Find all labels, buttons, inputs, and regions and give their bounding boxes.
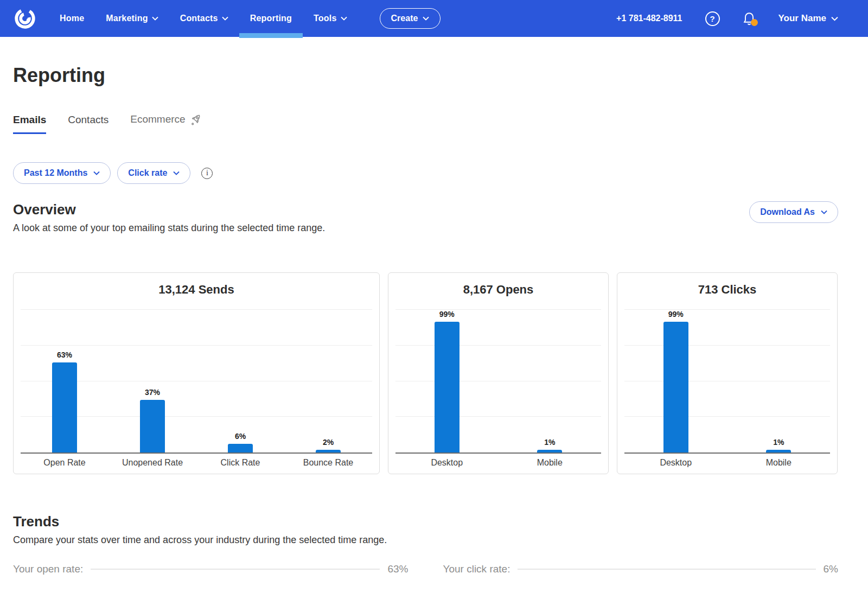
constant-contact-logo[interactable]	[13, 5, 37, 31]
clicks-chart-card: 713 Clicks 99%1% DesktopMobile	[617, 272, 838, 474]
x-axis-label: Unopened Rate	[108, 458, 196, 468]
bar-value-label: 37%	[145, 388, 160, 397]
page-title: Reporting	[13, 64, 838, 87]
stat-value: 6%	[824, 563, 838, 575]
rocket-icon	[190, 113, 203, 126]
bar	[766, 450, 791, 453]
metric-dropdown[interactable]: Click rate	[117, 162, 190, 184]
nav-item-reporting[interactable]: Reporting	[239, 0, 303, 37]
tab-label: Ecommerce	[130, 113, 185, 125]
stat-value: 63%	[387, 563, 408, 575]
nav-item-label: Marketing	[106, 14, 148, 23]
x-axis-label: Desktop	[624, 458, 727, 468]
stat-label: Your click rate:	[443, 563, 510, 575]
bar-value-label: 1%	[544, 438, 555, 447]
chevron-down-icon	[152, 16, 158, 21]
nav-item-home[interactable]: Home	[49, 0, 95, 37]
chevron-down-icon	[423, 16, 429, 21]
trends-title: Trends	[13, 513, 838, 530]
create-button[interactable]: Create	[380, 8, 441, 29]
x-axis-label: Open Rate	[21, 458, 108, 468]
overview-title: Overview	[13, 201, 325, 218]
opens-chart-card: 8,167 Opens 99%1% DesktopMobile	[388, 272, 609, 474]
x-axis-label: Click Rate	[196, 458, 284, 468]
notification-dot	[751, 19, 758, 26]
tab-contacts[interactable]: Contacts	[68, 114, 108, 134]
nav-item-label: Contacts	[180, 14, 218, 23]
nav-item-tools[interactable]: Tools	[303, 0, 358, 37]
bar-slot: 1%	[727, 310, 831, 453]
click-rate-stat: Your click rate: 6%	[443, 563, 839, 575]
trends-stats: Your open rate: 63% Your click rate: 6%	[13, 563, 838, 575]
chart-title: 13,124 Sends	[14, 283, 379, 297]
leader-line	[91, 569, 380, 570]
x-axis-label: Bounce Rate	[284, 458, 372, 468]
tab-label: Contacts	[68, 114, 108, 126]
time-range-value: Past 12 Months	[24, 168, 87, 178]
tab-label: Emails	[13, 114, 46, 126]
x-axis-labels: Open RateUnopened RateClick RateBounce R…	[21, 458, 372, 468]
nav-item-marketing[interactable]: Marketing	[95, 0, 169, 37]
nav-item-label: Home	[60, 14, 84, 23]
user-name: Your Name	[778, 13, 827, 24]
bar-slot: 99%	[395, 310, 499, 453]
bar	[228, 444, 253, 453]
user-menu[interactable]: Your Name	[778, 13, 839, 24]
bar-slot: 1%	[499, 310, 602, 453]
chevron-down-icon	[93, 171, 100, 175]
bar	[435, 322, 459, 453]
overview-subtitle: A look at some of your top emailing stat…	[13, 222, 325, 234]
bar-value-label: 2%	[323, 438, 334, 447]
main-content: Reporting Emails Contacts Ecommerce Past…	[0, 64, 868, 575]
chevron-down-icon	[821, 210, 827, 214]
sends-chart-card: 13,124 Sends 63%37%6%2% Open RateUnopene…	[13, 272, 380, 474]
bar-value-label: 1%	[773, 438, 784, 447]
bar-value-label: 99%	[668, 310, 684, 318]
info-icon[interactable]: i	[201, 168, 213, 179]
x-axis-label: Mobile	[727, 458, 831, 468]
bar-slot: 2%	[284, 310, 372, 453]
x-axis-label: Desktop	[395, 458, 499, 468]
leader-line	[518, 569, 815, 570]
bar-chart-plot: 99%1%	[624, 310, 830, 454]
report-tabs: Emails Contacts Ecommerce	[13, 113, 838, 134]
bar	[537, 450, 562, 453]
nav-item-contacts[interactable]: Contacts	[169, 0, 239, 37]
bar-value-label: 63%	[57, 351, 72, 359]
stat-label: Your open rate:	[13, 563, 83, 575]
time-range-dropdown[interactable]: Past 12 Months	[13, 162, 111, 184]
open-rate-stat: Your open rate: 63%	[13, 563, 409, 575]
tab-ecommerce[interactable]: Ecommerce	[130, 113, 202, 134]
metric-value: Click rate	[128, 168, 167, 178]
top-navigation-bar: Home Marketing Contacts Reporting Tools …	[0, 0, 868, 37]
support-phone-number: +1 781-482-8911	[616, 14, 682, 23]
primary-nav: Home Marketing Contacts Reporting Tools	[49, 0, 358, 37]
bar-chart-plot: 99%1%	[395, 310, 601, 454]
x-axis-labels: DesktopMobile	[395, 458, 601, 468]
bar	[663, 322, 688, 453]
bar-slot: 99%	[624, 310, 727, 453]
nav-item-label: Reporting	[250, 14, 292, 23]
bar-value-label: 6%	[235, 432, 246, 441]
create-button-label: Create	[391, 14, 418, 23]
tab-emails[interactable]: Emails	[13, 114, 46, 134]
active-nav-underline	[239, 33, 303, 38]
chevron-down-icon	[341, 16, 347, 21]
help-icon[interactable]: ?	[705, 11, 720, 26]
trends-section: Trends Compare your stats over time and …	[13, 513, 838, 575]
chart-title: 8,167 Opens	[388, 283, 608, 297]
nav-right-cluster: +1 781-482-8911 ? Your Name	[616, 11, 838, 26]
bar-slot: 37%	[108, 310, 196, 453]
download-as-button[interactable]: Download As	[749, 201, 838, 223]
trends-subtitle: Compare your stats over time and across …	[13, 534, 838, 546]
bar	[140, 400, 165, 453]
download-as-label: Download As	[760, 207, 815, 217]
chevron-down-icon	[831, 16, 838, 21]
notifications-bell-icon[interactable]	[743, 11, 756, 26]
bar	[316, 450, 341, 453]
overview-header: Overview A look at some of your top emai…	[13, 201, 838, 234]
x-axis-label: Mobile	[499, 458, 602, 468]
chart-title: 713 Clicks	[617, 283, 837, 297]
chevron-down-icon	[173, 171, 180, 175]
x-axis-labels: DesktopMobile	[624, 458, 830, 468]
